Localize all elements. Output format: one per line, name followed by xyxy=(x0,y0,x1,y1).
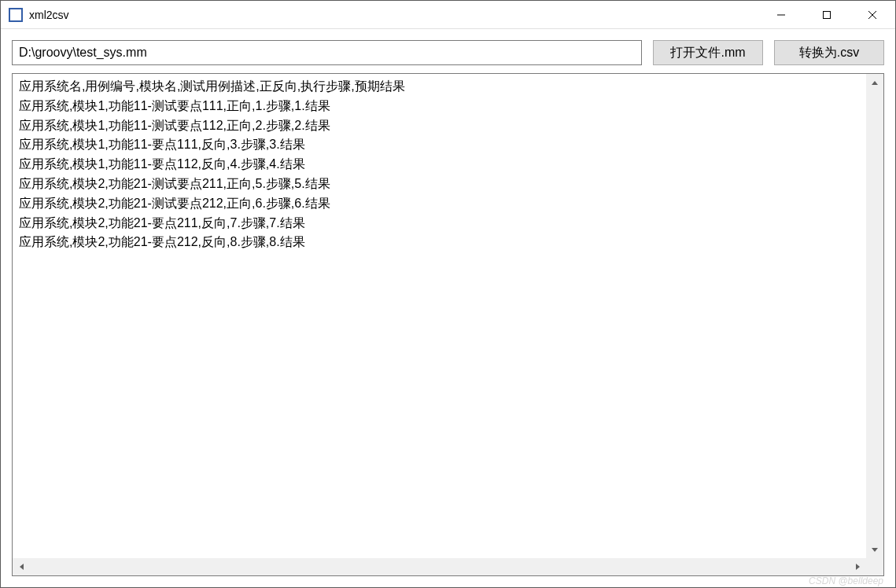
maximize-button[interactable] xyxy=(804,1,850,28)
window-controls xyxy=(758,1,895,28)
scrollbar-corner xyxy=(866,558,883,575)
chevron-up-icon xyxy=(872,81,878,85)
maximize-icon xyxy=(822,10,831,20)
output-container: 应用系统名,用例编号,模块名,测试用例描述,正反向,执行步骤,预期结果 应用系统… xyxy=(12,73,884,576)
titlebar[interactable]: xml2csv xyxy=(1,1,895,29)
scroll-up-arrow[interactable] xyxy=(866,74,883,91)
chevron-right-icon xyxy=(856,564,860,570)
scroll-left-arrow[interactable] xyxy=(13,558,30,575)
scroll-down-arrow[interactable] xyxy=(866,541,883,558)
toolbar: 打开文件.mm 转换为.csv xyxy=(12,40,884,65)
file-path-input[interactable] xyxy=(12,40,642,65)
app-window: xml2csv 打开文件.mm 转换为.csv 应用系统名,用例编号,模块名,测… xyxy=(0,0,896,588)
chevron-left-icon xyxy=(20,564,24,570)
window-title: xml2csv xyxy=(29,9,758,21)
scroll-right-arrow[interactable] xyxy=(849,558,866,575)
chevron-down-icon xyxy=(872,548,878,552)
minimize-icon xyxy=(776,10,786,20)
output-text[interactable]: 应用系统名,用例编号,模块名,测试用例描述,正反向,执行步骤,预期结果 应用系统… xyxy=(13,74,883,575)
svg-rect-1 xyxy=(824,11,831,18)
close-button[interactable] xyxy=(850,1,895,28)
vertical-scrollbar[interactable] xyxy=(866,74,883,558)
convert-csv-button[interactable]: 转换为.csv xyxy=(774,40,884,65)
open-file-button[interactable]: 打开文件.mm xyxy=(653,40,763,65)
minimize-button[interactable] xyxy=(758,1,804,28)
app-icon xyxy=(9,8,23,22)
close-icon xyxy=(868,10,877,20)
horizontal-scrollbar[interactable] xyxy=(13,558,866,575)
content-area: 打开文件.mm 转换为.csv 应用系统名,用例编号,模块名,测试用例描述,正反… xyxy=(1,29,895,587)
